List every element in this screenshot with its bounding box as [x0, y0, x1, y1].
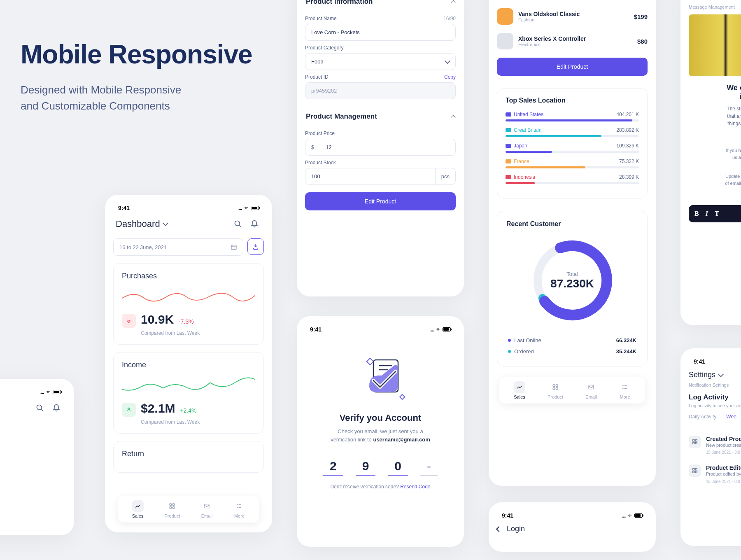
- legend-row: Last Online66.324K: [506, 335, 638, 346]
- income-pct: +2.4%: [180, 407, 196, 414]
- hero-heading: Mobile Responsive Designed with Mobile R…: [21, 39, 252, 114]
- svg-rect-21: [693, 440, 694, 441]
- resend-code: Don't receive verification code? Resend …: [305, 484, 456, 490]
- edit-product-button[interactable]: Edit Product: [497, 58, 648, 76]
- search-icon[interactable]: [33, 401, 47, 415]
- nav-sales[interactable]: Sales: [132, 500, 144, 518]
- date-range-input[interactable]: 16 to 22 June, 2021: [113, 238, 243, 256]
- resend-link[interactable]: Resend Code: [400, 484, 430, 490]
- svg-rect-27: [693, 471, 694, 473]
- sales-icon: [514, 381, 525, 393]
- svg-point-1: [235, 221, 240, 226]
- trend-up-icon: [122, 403, 136, 417]
- battery-icon: [251, 206, 259, 210]
- svg-rect-25: [693, 469, 694, 470]
- income-value: $2.1M: [141, 401, 175, 415]
- grid-icon: [689, 436, 701, 448]
- signal-icon: [430, 326, 433, 333]
- product-category-select[interactable]: Food: [305, 53, 456, 70]
- location-row: France75.332 K: [506, 159, 639, 168]
- sales-location-card: Top Sales Location United States404.201 …: [497, 88, 648, 198]
- sales-icon: [132, 500, 144, 512]
- article-image: [689, 14, 741, 76]
- bold-icon[interactable]: B: [694, 210, 699, 217]
- battery-icon: [53, 390, 61, 394]
- income-sparkline: [122, 375, 255, 396]
- signal-icon: [238, 205, 242, 211]
- purchases-value: 10.9K: [141, 313, 174, 327]
- page-title[interactable]: Dashboard: [116, 219, 168, 229]
- nav-email[interactable]: Email: [585, 381, 597, 399]
- signal-icon: [40, 389, 44, 395]
- svg-point-0: [37, 405, 42, 410]
- return-card: Return: [113, 441, 264, 473]
- product-thumb: [497, 8, 513, 25]
- svg-rect-26: [695, 469, 697, 470]
- chevron-up-icon: [451, 115, 455, 119]
- svg-rect-23: [693, 442, 694, 444]
- nav-product[interactable]: Product: [548, 381, 563, 399]
- page-title: Login: [507, 525, 525, 533]
- verify-title: Verify you Account: [305, 413, 456, 423]
- purchases-sparkline: [122, 286, 255, 307]
- svg-rect-16: [553, 387, 555, 390]
- tab-daily[interactable]: Daily Activity: [689, 414, 716, 420]
- wifi-icon: [243, 206, 249, 210]
- breadcrumb: Notification Settings: [689, 383, 741, 387]
- nav-product[interactable]: Product: [165, 500, 180, 518]
- nav-more[interactable]: More: [619, 381, 631, 399]
- wifi-icon: [435, 327, 441, 331]
- grid-icon: [689, 464, 701, 477]
- activity-row: Created ProdNew product crea15 June 2021…: [689, 431, 741, 460]
- article-headline: We openedin B: [689, 84, 741, 101]
- status-time: 9:41: [118, 205, 130, 211]
- search-icon[interactable]: [231, 217, 245, 231]
- product-name-input[interactable]: Love Corn - Pockets: [305, 24, 456, 41]
- product-stock-input[interactable]: 100 pcs: [305, 168, 456, 185]
- signal-icon: [622, 512, 625, 519]
- hero-subtitle: Designed with Mobile Responsive and Cust…: [21, 82, 252, 114]
- svg-point-9: [237, 507, 238, 508]
- page-title: Add New Me: [699, 0, 741, 0]
- svg-rect-3: [170, 504, 172, 506]
- more-icon: [619, 381, 631, 393]
- export-button[interactable]: [247, 238, 264, 255]
- section-product-management[interactable]: Product Management: [305, 107, 456, 126]
- product-price-input[interactable]: $ 12: [305, 139, 456, 156]
- svg-rect-2: [231, 245, 236, 250]
- verification-code-input[interactable]: 2 9 0 -: [305, 457, 456, 476]
- article-paragraph: The store focuses that are doing rec thi…: [689, 105, 741, 135]
- bell-icon[interactable]: [49, 401, 63, 415]
- page-title[interactable]: Settings: [689, 371, 741, 379]
- text-icon[interactable]: T: [715, 210, 719, 217]
- dashboard-frame: 9:41 Dashboard 16 to 22 June, 2021 Purch…: [105, 195, 272, 532]
- location-row: United States404.201 K: [506, 112, 639, 121]
- product-row[interactable]: Xbox Series X ControllerElectronics $80: [497, 29, 648, 54]
- product-row[interactable]: Garmin SmartwatchElectronics $650: [497, 0, 648, 4]
- product-thumb: [497, 33, 513, 49]
- edit-product-button[interactable]: Edit Product: [305, 192, 456, 210]
- section-product-info[interactable]: Product Information: [305, 0, 456, 12]
- svg-rect-5: [170, 506, 172, 509]
- tab-weekly[interactable]: Wee: [726, 414, 736, 420]
- activity-row: Product EditeProduct edited by15 June 20…: [689, 460, 741, 488]
- svg-rect-6: [173, 506, 175, 509]
- product-row[interactable]: Vans Oldskool ClassicFashion $199: [497, 4, 648, 29]
- svg-point-19: [623, 385, 623, 386]
- svg-rect-22: [695, 440, 697, 441]
- nav-more[interactable]: More: [233, 500, 245, 518]
- product-icon: [550, 381, 561, 393]
- copy-link[interactable]: Copy: [444, 74, 456, 80]
- nav-email[interactable]: Email: [201, 500, 212, 518]
- bell-icon[interactable]: [247, 217, 261, 231]
- italic-icon[interactable]: I: [706, 210, 708, 217]
- svg-rect-15: [556, 385, 558, 387]
- text-format-toolbar[interactable]: B I T: [689, 205, 741, 222]
- calendar-icon: [231, 244, 237, 250]
- product-form-frame: Product Information Product Name16/90 Lo…: [297, 0, 464, 296]
- nav-sales[interactable]: Sales: [514, 381, 525, 399]
- customer-donut-chart: Total 87.230K: [527, 235, 618, 326]
- recent-customer-card: Recent Customer Total 87.230K Last Onlin…: [497, 211, 648, 366]
- svg-point-20: [623, 388, 623, 389]
- back-icon[interactable]: [496, 526, 502, 532]
